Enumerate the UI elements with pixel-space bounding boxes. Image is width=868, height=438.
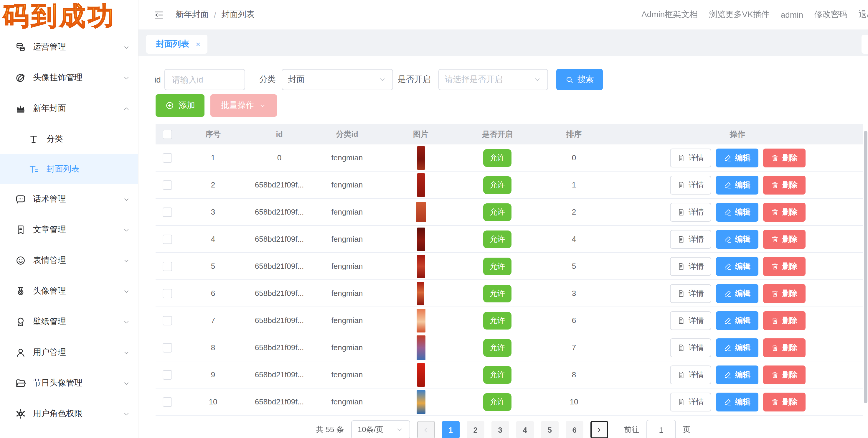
user-icon — [15, 347, 27, 358]
delete-button[interactable]: 删除 — [763, 175, 805, 194]
sidebar-item-10[interactable]: 用户角色权限 — [0, 399, 138, 429]
sidebar-menu: 运营管理头像挂饰管理新年封面分类封面列表话术管理文章管理表情管理头像管理壁纸管理… — [0, 32, 138, 429]
cover-image[interactable] — [416, 309, 425, 332]
breadcrumb-item[interactable]: 新年封面 — [176, 9, 209, 20]
category-select[interactable]: 封面 — [282, 69, 393, 90]
collapse-sidebar-icon[interactable] — [153, 9, 164, 20]
sidebar-subitem-label: 封面列表 — [46, 164, 130, 174]
cover-image[interactable] — [417, 173, 425, 197]
detail-button[interactable]: 详情 — [670, 148, 711, 167]
cell-id: 658bd21f09f... — [247, 289, 312, 298]
edit-button[interactable]: 编辑 — [716, 338, 758, 357]
header-link-0[interactable]: Admin框架文档 — [642, 9, 698, 20]
sidebar-item-8[interactable]: 用户管理 — [0, 337, 138, 368]
edit-button[interactable]: 编辑 — [716, 392, 758, 411]
detail-button[interactable]: 详情 — [670, 175, 711, 194]
article-icon — [15, 224, 27, 236]
header-link-1[interactable]: 浏览更多VK插件 — [709, 9, 769, 20]
delete-button[interactable]: 删除 — [763, 392, 805, 411]
delete-button[interactable]: 删除 — [763, 365, 805, 384]
cover-image[interactable] — [417, 363, 425, 386]
row-checkbox[interactable] — [163, 180, 172, 189]
sidebar-item-3[interactable]: 话术管理 — [0, 184, 138, 214]
page-button-3[interactable]: 3 — [492, 421, 509, 438]
search-button[interactable]: 搜索 — [556, 69, 603, 90]
row-checkbox[interactable] — [163, 343, 172, 352]
page-button-2[interactable]: 2 — [467, 421, 485, 438]
sidebar-item-5[interactable]: 表情管理 — [0, 245, 138, 276]
sidebar-item-1[interactable]: 头像挂饰管理 — [0, 62, 138, 93]
page-button-5[interactable]: 5 — [541, 421, 559, 438]
edit-button[interactable]: 编辑 — [716, 257, 758, 275]
tab-cover-list[interactable]: 封面列表 × — [146, 35, 208, 54]
cover-image[interactable] — [417, 254, 425, 278]
edit-button[interactable]: 编辑 — [716, 148, 758, 167]
sidebar-item-label: 新年封面 — [33, 103, 123, 114]
detail-button[interactable]: 详情 — [670, 230, 711, 249]
detail-button[interactable]: 详情 — [670, 338, 711, 357]
edit-button[interactable]: 编辑 — [716, 230, 758, 249]
row-checkbox[interactable] — [163, 207, 172, 217]
detail-button[interactable]: 详情 — [670, 365, 711, 384]
batch-actions-button[interactable]: 批量操作 — [210, 94, 277, 117]
edit-button[interactable]: 编辑 — [716, 284, 758, 303]
header-link-3[interactable]: 修改密码 — [814, 9, 847, 20]
goto-page-input[interactable] — [646, 420, 676, 438]
delete-icon — [771, 153, 779, 162]
edit-button[interactable]: 编辑 — [716, 365, 758, 384]
detail-button[interactable]: 详情 — [670, 284, 711, 303]
delete-button[interactable]: 删除 — [763, 148, 805, 167]
add-button[interactable]: 添加 — [156, 94, 205, 117]
header-link-2[interactable]: admin — [781, 10, 803, 20]
cover-image[interactable] — [417, 146, 425, 170]
delete-button[interactable]: 删除 — [763, 230, 805, 249]
sidebar-item-7[interactable]: 壁纸管理 — [0, 306, 138, 337]
edit-button[interactable]: 编辑 — [716, 311, 758, 330]
cover-image[interactable] — [417, 282, 424, 305]
edit-button[interactable]: 编辑 — [716, 175, 758, 194]
detail-button[interactable]: 详情 — [670, 392, 711, 411]
enabled-select[interactable]: 请选择是否开启 — [438, 69, 548, 90]
row-checkbox[interactable] — [163, 316, 172, 325]
id-filter-label: id — [154, 75, 161, 84]
page-button-6[interactable]: 6 — [566, 421, 583, 438]
row-checkbox[interactable] — [163, 370, 172, 379]
sidebar-item-0[interactable]: 运营管理 — [0, 32, 138, 62]
detail-button[interactable]: 详情 — [670, 311, 711, 330]
row-checkbox[interactable] — [163, 261, 172, 271]
vertical-scrollbar[interactable] — [864, 131, 867, 403]
page-button-1[interactable]: 1 — [442, 421, 460, 438]
cover-image[interactable] — [416, 335, 425, 360]
header-link-4[interactable]: 退出 — [859, 9, 868, 20]
detail-button[interactable]: 详情 — [670, 203, 711, 221]
page-size-select[interactable]: 10条/页 — [351, 420, 410, 438]
cover-image[interactable] — [416, 202, 426, 222]
sidebar-subitem-2-1[interactable]: 封面列表 — [0, 154, 138, 184]
delete-button[interactable]: 删除 — [763, 284, 805, 303]
next-page-button[interactable] — [590, 421, 608, 438]
delete-button[interactable]: 删除 — [763, 311, 805, 330]
table-row: 7658bd21f09f...fengmian允许6详情编辑删除 — [156, 307, 863, 334]
prev-page-button[interactable] — [417, 421, 435, 438]
row-checkbox[interactable] — [163, 397, 172, 406]
page-button-4[interactable]: 4 — [516, 421, 534, 438]
cover-image[interactable] — [417, 227, 425, 251]
row-checkbox[interactable] — [163, 234, 172, 244]
sidebar-item-2[interactable]: 新年封面 — [0, 93, 138, 124]
sidebar-subitem-2-0[interactable]: 分类 — [0, 124, 138, 154]
delete-button[interactable]: 删除 — [763, 257, 805, 275]
row-checkbox[interactable] — [163, 153, 172, 163]
sidebar-item-4[interactable]: 文章管理 — [0, 214, 138, 245]
close-icon[interactable]: × — [196, 39, 200, 49]
cover-image[interactable] — [416, 390, 425, 413]
row-checkbox[interactable] — [163, 289, 172, 298]
edit-button[interactable]: 编辑 — [716, 203, 758, 221]
sidebar-item-6[interactable]: 头像管理 — [0, 276, 138, 306]
select-all-checkbox[interactable] — [163, 129, 172, 139]
id-filter-input[interactable] — [164, 69, 245, 90]
page-buttons: 123456 — [442, 421, 583, 438]
sidebar-item-9[interactable]: 节日头像管理 — [0, 368, 138, 399]
detail-button[interactable]: 详情 — [670, 257, 711, 275]
delete-button[interactable]: 删除 — [763, 338, 805, 357]
delete-button[interactable]: 删除 — [763, 203, 805, 221]
